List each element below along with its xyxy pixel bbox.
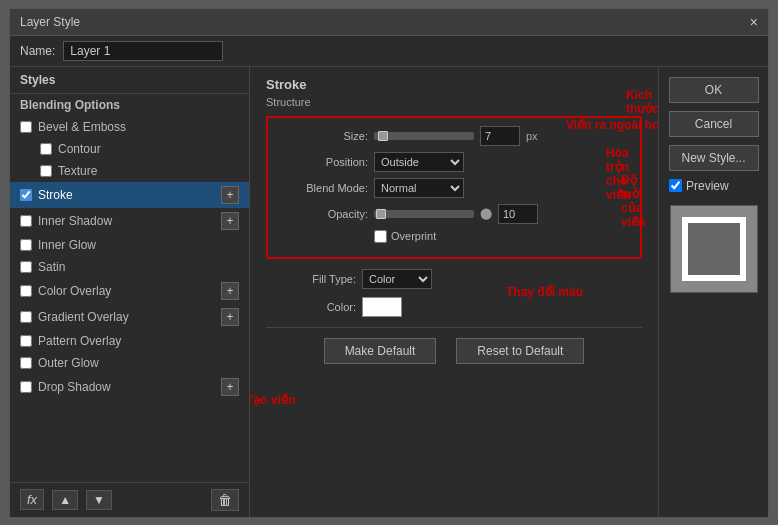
drop-shadow-label: Drop Shadow [38, 380, 111, 394]
cancel-button[interactable]: Cancel [669, 111, 759, 137]
preview-checkbox[interactable] [669, 179, 682, 192]
sidebar-item-outer-glow[interactable]: Outer Glow [10, 352, 249, 374]
new-style-button[interactable]: New Style... [669, 145, 759, 171]
drop-shadow-checkbox[interactable] [20, 381, 32, 393]
preview-canvas [670, 205, 758, 293]
down-button[interactable]: ▼ [86, 490, 112, 510]
sidebar-item-inner-glow[interactable]: Inner Glow [10, 234, 249, 256]
size-slider-container [374, 132, 474, 140]
bevel-checkbox[interactable] [20, 121, 32, 133]
center-panel: Stroke Structure Size: px Pos [250, 67, 658, 517]
sidebar-item-bevel[interactable]: Bevel & Emboss [10, 116, 249, 138]
outer-glow-item-left: Outer Glow [20, 356, 99, 370]
pattern-overlay-label: Pattern Overlay [38, 334, 121, 348]
preview-label[interactable]: Preview [667, 179, 729, 193]
gradient-overlay-item-left: Gradient Overlay [20, 310, 129, 324]
opacity-label: Opacity: [278, 208, 368, 220]
up-button[interactable]: ▲ [52, 490, 78, 510]
size-unit: px [526, 130, 538, 142]
opacity-icon: ⬤ [480, 207, 492, 220]
layer-style-dialog: Layer Style × Name: Styles Blending Opti… [9, 8, 769, 518]
color-overlay-checkbox[interactable] [20, 285, 32, 297]
right-panel: OK Cancel New Style... Preview [658, 67, 768, 517]
fill-type-select[interactable]: Color Gradient Pattern [362, 269, 432, 289]
layer-name-input[interactable] [63, 41, 223, 61]
sidebar-item-texture[interactable]: Texture [10, 160, 249, 182]
pattern-overlay-checkbox[interactable] [20, 335, 32, 347]
position-row: Position: Outside Inside Center [278, 152, 630, 172]
opacity-input[interactable] [498, 204, 538, 224]
inner-shadow-add-button[interactable]: + [221, 212, 239, 230]
fx-button[interactable]: fx [20, 489, 44, 510]
opacity-slider-container [374, 210, 474, 218]
drop-shadow-add-button[interactable]: + [221, 378, 239, 396]
sidebar-item-contour[interactable]: Contour [10, 138, 249, 160]
inner-shadow-item-left: Inner Shadow [20, 214, 112, 228]
sidebar-item-inner-shadow[interactable]: Inner Shadow + [10, 208, 249, 234]
reset-default-button[interactable]: Reset to Default [456, 338, 584, 364]
overprint-label[interactable]: Overprint [374, 230, 436, 243]
blend-mode-row: Blend Mode: Normal Multiply Screen Overl… [278, 178, 630, 198]
sidebar-item-stroke[interactable]: Stroke + [10, 182, 249, 208]
inner-shadow-label: Inner Shadow [38, 214, 112, 228]
sidebar-item-gradient-overlay[interactable]: Gradient Overlay + [10, 304, 249, 330]
make-default-button[interactable]: Make Default [324, 338, 437, 364]
inner-shadow-checkbox[interactable] [20, 215, 32, 227]
opacity-slider[interactable] [374, 210, 474, 218]
sidebar-item-color-overlay[interactable]: Color Overlay + [10, 278, 249, 304]
inner-glow-item-left: Inner Glow [20, 238, 96, 252]
fill-type-row: Fill Type: Color Gradient Pattern [266, 269, 642, 289]
main-content: Styles Blending Options Bevel & Emboss C… [10, 67, 768, 517]
left-panel: Styles Blending Options Bevel & Emboss C… [10, 67, 250, 517]
overprint-checkbox[interactable] [374, 230, 387, 243]
section-title: Stroke [266, 77, 642, 92]
blending-options-item[interactable]: Blending Options [10, 94, 249, 116]
bottom-buttons: Make Default Reset to Default [266, 327, 642, 364]
stroke-checkbox[interactable] [20, 189, 32, 201]
gradient-overlay-checkbox[interactable] [20, 311, 32, 323]
satin-label: Satin [38, 260, 65, 274]
inner-glow-checkbox[interactable] [20, 239, 32, 251]
name-row: Name: [10, 36, 768, 67]
texture-label: Texture [58, 164, 97, 178]
texture-checkbox[interactable] [40, 165, 52, 177]
styles-header: Styles [10, 67, 249, 94]
sidebar-item-satin[interactable]: Satin [10, 256, 249, 278]
bevel-label: Bevel & Emboss [38, 120, 126, 134]
sidebar-item-pattern-overlay[interactable]: Pattern Overlay [10, 330, 249, 352]
dialog-title: Layer Style [20, 15, 80, 29]
trash-button[interactable]: 🗑 [211, 489, 239, 511]
structure-box: Size: px Position: Outside Inside [266, 116, 642, 259]
annotation-tao-vien: Tạo viền [250, 393, 295, 407]
blend-select[interactable]: Normal Multiply Screen Overlay [374, 178, 464, 198]
position-select[interactable]: Outside Inside Center [374, 152, 464, 172]
close-icon[interactable]: × [750, 14, 758, 30]
size-input[interactable] [480, 126, 520, 146]
drop-shadow-item-left: Drop Shadow [20, 380, 111, 394]
size-slider[interactable] [374, 132, 474, 140]
left-panel-bottom: fx ▲ ▼ 🗑 [10, 482, 249, 517]
gradient-overlay-add-button[interactable]: + [221, 308, 239, 326]
contour-checkbox[interactable] [40, 143, 52, 155]
contour-label: Contour [58, 142, 101, 156]
outer-glow-label: Outer Glow [38, 356, 99, 370]
opacity-row: Opacity: ⬤ [278, 204, 630, 224]
contour-item-left: Contour [40, 142, 101, 156]
sidebar-item-drop-shadow[interactable]: Drop Shadow + [10, 374, 249, 400]
stroke-add-button[interactable]: + [221, 186, 239, 204]
color-overlay-add-button[interactable]: + [221, 282, 239, 300]
opacity-slider-thumb [376, 209, 386, 219]
preview-text: Preview [686, 179, 729, 193]
inner-glow-label: Inner Glow [38, 238, 96, 252]
color-row: Color: [266, 297, 642, 317]
color-swatch[interactable] [362, 297, 402, 317]
stroke-item-left: Stroke [20, 188, 73, 202]
bevel-item-left: Bevel & Emboss [20, 120, 126, 134]
color-overlay-label: Color Overlay [38, 284, 111, 298]
gradient-overlay-label: Gradient Overlay [38, 310, 129, 324]
ok-button[interactable]: OK [669, 77, 759, 103]
preview-shape [682, 217, 746, 281]
outer-glow-checkbox[interactable] [20, 357, 32, 369]
sub-title: Structure [266, 96, 642, 108]
satin-checkbox[interactable] [20, 261, 32, 273]
